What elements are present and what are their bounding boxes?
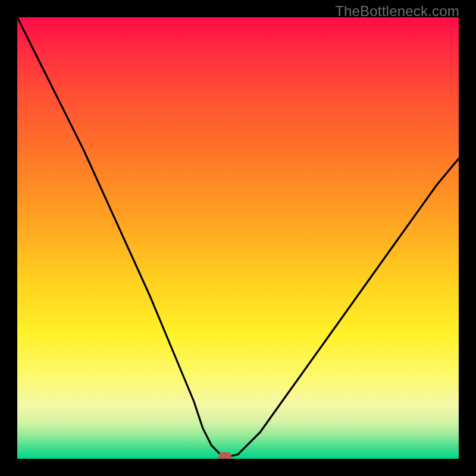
- minimum-marker: [218, 452, 231, 459]
- plot-area: [17, 17, 459, 459]
- bottleneck-curve: [17, 17, 459, 459]
- watermark-text: TheBottleneck.com: [335, 3, 459, 20]
- outer-frame: TheBottleneck.com: [0, 0, 476, 476]
